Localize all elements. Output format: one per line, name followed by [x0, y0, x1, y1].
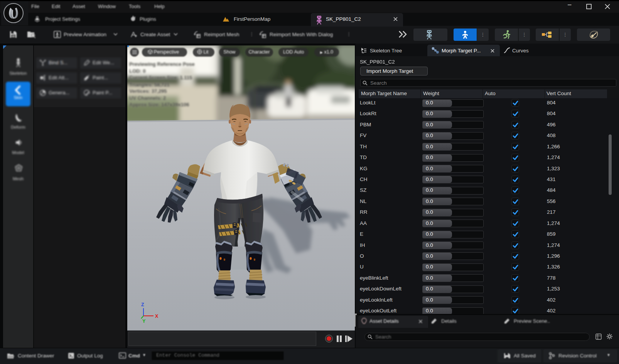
svg-text:Y: Y [142, 319, 146, 324]
svg-text:Z: Z [141, 302, 144, 307]
svg-text:X: X [155, 314, 159, 319]
